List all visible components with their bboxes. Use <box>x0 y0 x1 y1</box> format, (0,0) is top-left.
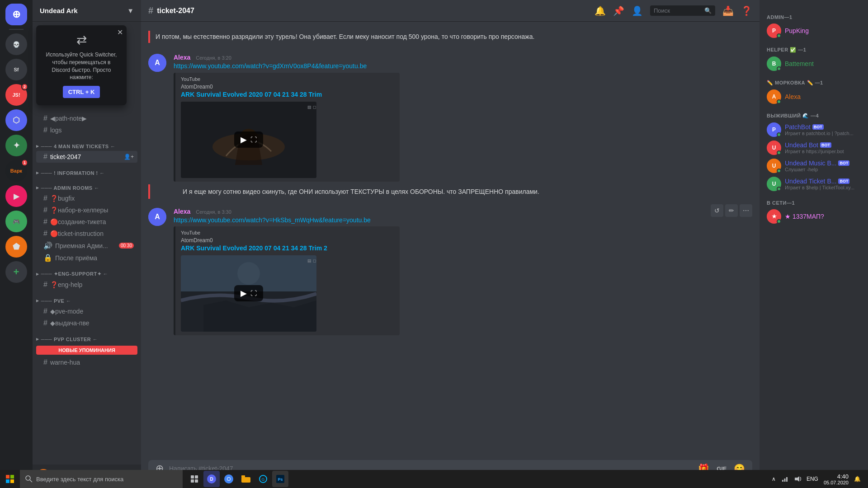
member-alexa[interactable]: A Alexa <box>763 88 864 106</box>
category-eng-support[interactable]: ▸ ─── ✦ENG-SUPPORT✦ ← <box>33 264 141 279</box>
edit-button[interactable]: ✏ <box>725 204 738 217</box>
member-avatar: A <box>767 89 781 104</box>
more-button[interactable]: ⋯ <box>740 204 752 217</box>
member-avatar: ★ <box>767 209 781 224</box>
quick-switcher-shortcut[interactable]: CTRL + K <box>63 86 100 98</box>
taskbar-app-ps[interactable]: Ps <box>272 471 288 487</box>
taskbar-app-discord[interactable]: D <box>203 471 220 487</box>
hash-icon: # <box>43 114 47 122</box>
taskbar-app-logitech[interactable]: G <box>255 471 271 487</box>
channel-name: ❓bugfix <box>50 195 75 202</box>
server-icon-4[interactable]: ⬡ <box>5 109 27 131</box>
server-icon-8[interactable]: 🎮 <box>5 211 27 232</box>
youtube-link-2[interactable]: https://www.youtube.com/watch?v=HkSbs_mW… <box>174 216 371 224</box>
channel-item-path-note[interactable]: # ◀path-note▶ <box>36 113 137 124</box>
pin-icon[interactable]: 📌 <box>613 5 624 16</box>
member-status: Играет в $help | TicketTool.xy... <box>785 185 854 190</box>
discord-home-icon[interactable]: ⊕ <box>5 4 27 25</box>
notifications-icon[interactable]: 🔔 <box>854 476 861 482</box>
server-icon-9[interactable]: ⬟ <box>5 236 27 258</box>
network-icon <box>781 475 788 483</box>
search-box[interactable]: Поиск 🔍 <box>650 5 715 16</box>
close-tooltip-button[interactable]: ✕ <box>117 28 123 37</box>
play-button-1[interactable]: ▶ ⛶ <box>234 131 263 148</box>
taskbar-lang[interactable]: ENG <box>807 476 818 482</box>
server-icon-6[interactable]: Варк 1 <box>5 160 27 182</box>
server-icon-7[interactable]: ▶ <box>5 185 27 207</box>
taskbar-search[interactable]: Введите здесь текст для поиска <box>20 470 183 488</box>
channel-item-logs[interactable]: # logs <box>36 124 137 136</box>
start-button[interactable] <box>0 470 20 488</box>
svg-marker-37 <box>795 476 799 482</box>
member-undead-music[interactable]: U Undead Music B... BOT Слушает -help <box>763 157 864 175</box>
taskbar-app-chrome[interactable] <box>221 471 237 487</box>
channel-item-posle[interactable]: 🔒 После приёма <box>36 252 137 264</box>
channel-header-hash: # <box>148 5 153 16</box>
server-icon-3[interactable]: JS! 2 <box>5 84 27 106</box>
new-mentions-button[interactable]: НОВЫЕ УПОМИНАНИЯ <box>36 346 137 355</box>
server-icon-1[interactable]: 💀 <box>5 33 27 55</box>
play-icon: ▶ <box>241 135 247 145</box>
online-status <box>777 33 781 38</box>
server-divider <box>9 29 24 30</box>
category-pve[interactable]: ▸ ─── PVE ← <box>33 291 141 305</box>
embed-image-1[interactable]: ▤ ◻ ▶ ⛶ <box>181 102 316 178</box>
voice-icon: 🔊 <box>43 241 52 250</box>
member-undead-ticket[interactable]: U Undead Ticket B... BOT Играет в $help … <box>763 175 864 193</box>
embed-title-2[interactable]: ARK Survival Evolved 2020 07 04 21 34 28… <box>181 244 394 252</box>
server-icon-2[interactable]: Sf <box>5 59 27 80</box>
notification-bell-icon[interactable]: 🔔 <box>594 5 606 16</box>
member-patchbot[interactable]: P PatchBot BOT Играет в patchbot.io | ?p… <box>763 121 864 139</box>
volume-icon <box>794 475 801 483</box>
server-header[interactable]: Undead Ark ▼ <box>33 0 141 22</box>
channel-item-vydacha-pve[interactable]: # ◆выдача-пве <box>36 317 137 329</box>
member-battement[interactable]: B Battement <box>763 55 864 73</box>
members-list: ADMIN—1 P PupKing HELPER ✅ —1 B Battemen… <box>760 0 868 488</box>
category-information[interactable]: ▸ ─── ! INFORMATION ! ← <box>33 163 141 178</box>
channel-item-bugfix[interactable]: # ❓bugfix <box>36 192 137 204</box>
main-content: # ticket-2047 🔔 📌 👤 Поиск 🔍 📥 ❓ И потом,… <box>141 0 760 488</box>
svg-text:Ps: Ps <box>278 477 283 482</box>
message-avatar: A <box>148 54 166 72</box>
category-admin-rooms[interactable]: ▸ ─── ADMIN ROOMS ← <box>33 178 141 192</box>
add-server-button[interactable]: + <box>5 261 27 283</box>
embed-title-1[interactable]: ARK Survival Evolved 2020 07 04 21 34 28… <box>181 91 394 98</box>
channel-item-priemnaya[interactable]: 🔊 Приемная Адми... 00 30 <box>36 239 137 252</box>
embed-provider: YouTube <box>181 76 394 82</box>
channel-sidebar: Undead Ark ▼ ✕ ⇄ Используйте Quick Switc… <box>33 0 141 488</box>
member-star[interactable]: ★ ★ 1337МАП? <box>763 207 864 225</box>
system-message-2: И я еще могу сотню видео скинуть, где ОН… <box>148 184 752 199</box>
channel-item-sozdanie[interactable]: # 🔴создание-тикета <box>36 216 137 228</box>
channel-item-ticket-instr[interactable]: # 🔴ticket-instruction <box>36 228 137 239</box>
channel-item-nabor[interactable]: # ❓набор-в-хелперы <box>36 204 137 216</box>
search-placeholder: Поиск <box>654 7 670 14</box>
category-pvp-cluster[interactable]: ▸ ─── PVP CLUSTER ← <box>33 329 141 344</box>
youtube-link-1[interactable]: https://www.youtube.com/watch?v=gdXmV0ox… <box>174 62 367 70</box>
channel-name: ◆выдача-пве <box>50 319 90 327</box>
taskbar-app-explorer[interactable] <box>238 471 254 487</box>
svg-text:A: A <box>155 59 160 66</box>
category-4man[interactable]: ▸ ─── 4 MAN NEW TICKETS ← <box>33 136 141 151</box>
help-icon[interactable]: ❓ <box>741 5 752 16</box>
play-button-2[interactable]: ▶ ⛶ <box>234 285 263 301</box>
channel-item-ticket-2047[interactable]: # ticket-2047 👤+ <box>36 151 137 163</box>
taskbar-up-arrow[interactable]: ∧ <box>772 476 776 482</box>
server-icon-5[interactable]: ✦ <box>5 135 27 156</box>
react-button[interactable]: ↺ <box>711 204 723 217</box>
channel-item-eng-help[interactable]: # ❓eng-help <box>36 279 137 291</box>
quick-switcher-icon: ⇄ <box>43 33 119 47</box>
channel-item-warne-hua[interactable]: # warne-hua <box>36 357 137 368</box>
hash-icon: # <box>43 281 47 289</box>
inbox-icon[interactable]: 📥 <box>722 5 734 16</box>
member-undead-bot[interactable]: U Undead Bot BOT Играет в https://junipe… <box>763 139 864 157</box>
category-name: ─── 4 MAN NEW TICKETS ← <box>41 144 116 149</box>
member-name: PatchBot <box>785 123 811 131</box>
member-pupking[interactable]: P PupKing <box>763 22 864 40</box>
embed-image-2[interactable]: ▤ ◻ ▶ ⛶ <box>181 255 316 332</box>
taskbar-app-taskview[interactable] <box>186 471 203 487</box>
system-message-content: И я еще могу сотню видео скинуть, где ОН… <box>183 188 539 195</box>
channel-item-pve-mode[interactable]: # ◆pve-mode <box>36 305 137 317</box>
hash-icon: # <box>43 319 47 327</box>
server-dropdown-icon[interactable]: ▼ <box>127 7 134 14</box>
members-toggle-icon[interactable]: 👤 <box>632 5 643 16</box>
